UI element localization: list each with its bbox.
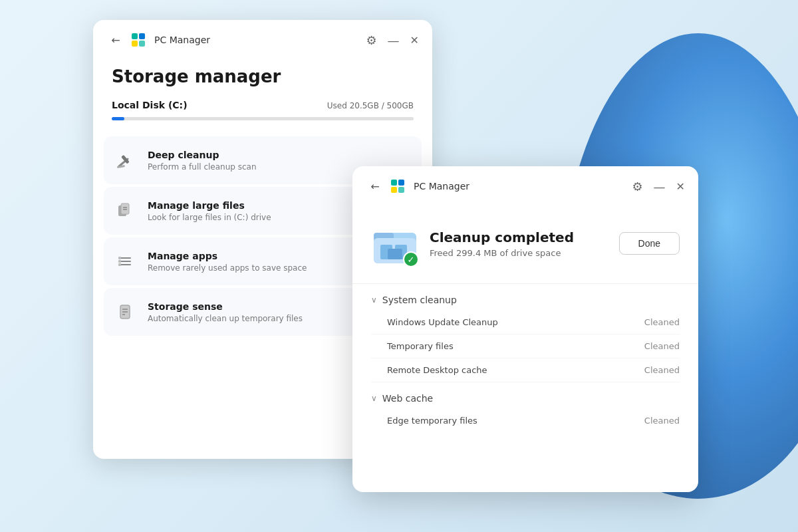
deep-cleanup-text: Deep cleanup Perform a full cleanup scan — [148, 150, 257, 172]
close-button-2[interactable]: ✕ — [676, 180, 685, 193]
minimize-button-1[interactable]: — — [388, 33, 400, 47]
disk-progress-bar — [112, 117, 414, 120]
success-badge: ✓ — [403, 251, 419, 267]
app-name-1: PC Manager — [154, 35, 360, 45]
cleanup-completed-window: ← PC Manager ⚙ — ✕ ✓ — [352, 166, 698, 492]
svg-rect-3 — [139, 41, 145, 47]
result-row-temp-files: Temporary files Cleaned — [371, 334, 680, 358]
section-chevron-web: ∨ — [371, 394, 377, 403]
web-cache-section-header[interactable]: ∨ Web cache — [371, 382, 680, 409]
window-controls-2: ⚙ — ✕ — [632, 180, 685, 194]
svg-rect-21 — [391, 180, 397, 186]
storage-sense-icon — [113, 300, 137, 324]
pc-manager-logo-2 — [390, 178, 406, 194]
manage-apps-desc: Remove rarely used apps to save space — [148, 263, 307, 273]
app-name-2: PC Manager — [414, 181, 626, 192]
disk-section: Local Disk (C:) Used 20.5GB / 500GB — [93, 100, 432, 136]
window-controls-1: ⚙ — ✕ — [366, 33, 419, 47]
deep-cleanup-desc: Perform a full cleanup scan — [148, 162, 257, 172]
svg-rect-15 — [118, 260, 121, 263]
close-button-1[interactable]: ✕ — [410, 34, 419, 47]
section-chevron-system: ∨ — [371, 295, 377, 305]
web-cache-label: Web cache — [382, 393, 433, 404]
svg-rect-24 — [398, 187, 404, 193]
minimize-button-2[interactable]: — — [654, 180, 666, 194]
svg-rect-23 — [391, 187, 397, 193]
svg-rect-14 — [118, 257, 121, 259]
large-files-desc: Look for large files in (C:) drive — [148, 213, 271, 222]
cleanup-info: Cleanup completed Freed 299.4 MB of driv… — [430, 229, 608, 258]
cleanup-completed-title: Cleanup completed — [430, 229, 608, 245]
settings-icon-2[interactable]: ⚙ — [632, 180, 642, 194]
manage-apps-icon — [113, 249, 137, 273]
cleanup-results: ∨ System cleanup Windows Update Cleanup … — [352, 284, 698, 432]
windows-update-cleanup-status: Cleaned — [644, 317, 680, 327]
storage-sense-text: Storage sense Automatically clean up tem… — [148, 301, 303, 323]
svg-rect-2 — [132, 41, 138, 47]
storage-sense-title: Storage sense — [148, 301, 303, 312]
svg-rect-1 — [139, 33, 145, 39]
disk-label: Local Disk (C:) — [112, 100, 188, 110]
svg-rect-22 — [398, 180, 404, 186]
disk-progress-fill — [112, 117, 124, 120]
result-row-edge-temp: Edge temporary files Cleaned — [371, 409, 680, 432]
svg-rect-16 — [118, 263, 121, 266]
windows-update-cleanup-name: Windows Update Cleanup — [387, 317, 498, 327]
result-row-remote-desktop: Remote Desktop cache Cleaned — [371, 358, 680, 382]
large-files-text: Manage large files Look for large files … — [148, 200, 271, 222]
svg-rect-30 — [388, 249, 402, 259]
disk-usage-text: Used 20.5GB / 500GB — [327, 101, 414, 110]
temp-files-status: Cleaned — [644, 341, 680, 351]
title-bar-1: ← PC Manager ⚙ — ✕ — [93, 20, 432, 60]
large-files-title: Manage large files — [148, 200, 271, 211]
cleanup-freed-space: Freed 299.4 MB of drive space — [430, 248, 608, 258]
settings-icon-1[interactable]: ⚙ — [366, 33, 376, 47]
cleanup-icon-wrap: ✓ — [371, 219, 419, 267]
title-bar-2: ← PC Manager ⚙ — ✕ — [352, 166, 698, 206]
remote-desktop-cache-name: Remote Desktop cache — [387, 365, 487, 375]
back-button-2[interactable]: ← — [366, 177, 384, 196]
cleanup-header: ✓ Cleanup completed Freed 299.4 MB of dr… — [352, 206, 698, 284]
remote-desktop-cache-status: Cleaned — [644, 365, 680, 375]
edge-temp-files-name: Edge temporary files — [387, 416, 477, 426]
large-files-icon — [113, 199, 137, 223]
svg-rect-8 — [121, 203, 129, 214]
storage-manager-title: Storage manager — [93, 60, 432, 100]
storage-sense-desc: Automatically clean up temporary files — [148, 314, 303, 323]
temp-files-name: Temporary files — [387, 341, 454, 351]
manage-apps-title: Manage apps — [148, 251, 307, 261]
deep-cleanup-icon — [113, 148, 137, 172]
system-cleanup-section-header[interactable]: ∨ System cleanup — [371, 284, 680, 311]
back-button-1[interactable]: ← — [106, 31, 125, 49]
result-row-windows-update: Windows Update Cleanup Cleaned — [371, 311, 680, 334]
svg-rect-0 — [132, 33, 138, 39]
system-cleanup-label: System cleanup — [382, 295, 457, 305]
pc-manager-logo-1 — [130, 32, 146, 48]
edge-temp-files-status: Cleaned — [644, 416, 680, 426]
done-button[interactable]: Done — [619, 232, 680, 255]
manage-apps-text: Manage apps Remove rarely used apps to s… — [148, 251, 307, 273]
deep-cleanup-title: Deep cleanup — [148, 150, 257, 160]
